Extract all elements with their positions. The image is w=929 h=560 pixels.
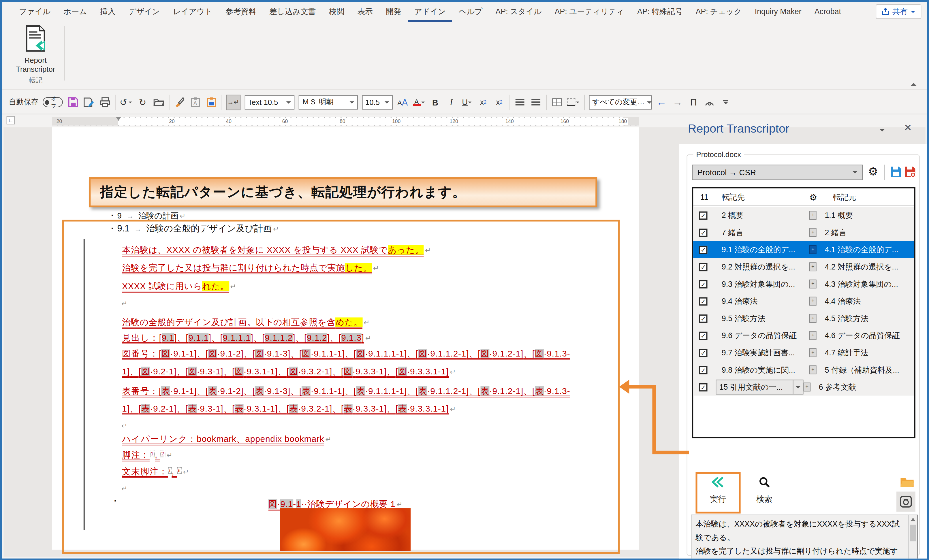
row-checkbox[interactable]: ✓ [699,383,708,391]
row-checkbox[interactable]: ✓ [699,314,708,323]
expand-icon[interactable]: + [809,331,817,340]
undo-button[interactable]: ↺ [120,95,132,110]
menu-tab-16[interactable]: Inquiry Maker [748,2,808,21]
menu-tab-3[interactable]: デザイン [122,2,167,21]
save-button[interactable] [67,95,79,110]
close-icon[interactable]: ✕ [904,122,912,133]
row-checkbox[interactable]: ✓ [699,263,708,271]
document-page[interactable]: 指定した転記パターンに基づき、転記処理が行われます。 ▪9→治験の計画↵ ▪9.… [52,127,639,549]
mapping-row-6[interactable]: ✓9.5 治験方法+4.5 治験方法 [693,310,914,327]
font-size-combobox[interactable]: 10.5 [362,95,393,109]
redo-button[interactable]: ↻ [136,95,149,110]
preview-textbox[interactable]: 本治験は、XXXXの被験者を対象にXXXXを投与するXXX試験である。治験を完了… [691,515,918,560]
share-button[interactable]: 共有 [876,4,921,19]
italic-button[interactable]: I [445,95,457,110]
expand-icon[interactable]: + [809,262,817,271]
menu-tab-0[interactable]: ファイル [12,2,57,21]
expand-icon[interactable]: + [809,314,817,323]
row-destination-combobox[interactable]: 15 引用文献の一... [716,379,803,394]
gear-icon[interactable]: ⚙ [809,192,833,202]
menu-tab-4[interactable]: レイアウト [167,2,219,21]
insert-table-button[interactable] [551,95,563,110]
menu-tab-7[interactable]: 校閲 [322,2,351,21]
pane-menu-icon[interactable] [880,129,885,132]
settings-gear-icon[interactable]: ⚙ [868,165,878,178]
mapping-row-4[interactable]: ✓9.3 治験対象集団の...+4.3 治験対象集団の... [693,275,914,293]
more-options-icon[interactable] [720,95,731,110]
align-justify-button[interactable] [530,95,542,110]
mapping-row-8[interactable]: ✓9.7 治験実施計画書...+4.7 統計手法 [693,344,914,361]
expand-icon[interactable]: + [809,228,817,237]
open-folder-button[interactable] [153,95,164,110]
scroll-thumb[interactable] [910,525,916,542]
expand-icon[interactable]: + [809,280,817,289]
indent-marker[interactable] [116,117,121,121]
next-change-button[interactable]: → [671,95,683,110]
mapping-row-0[interactable]: ✓2 概要+1.1 概要 [693,207,914,224]
font-color-button[interactable]: A [412,95,425,110]
paste-image-button[interactable] [205,95,217,110]
delete-pattern-icon[interactable] [904,166,916,177]
open-folder-icon[interactable] [900,476,914,487]
paste-text-button[interactable]: A [189,95,201,110]
run-button[interactable]: 実行 [701,476,736,505]
menu-tab-6[interactable]: 差し込み文書 [263,2,323,21]
row-checkbox[interactable]: ✓ [699,297,708,306]
style-combobox[interactable]: Text 10.5 [245,95,294,109]
expand-icon[interactable]: + [803,383,811,392]
pattern-combobox[interactable]: Protocol → CSR [692,165,863,180]
mapping-row-1[interactable]: ✓7 緒言+2 緒言 [693,224,914,241]
bold-button[interactable]: B [429,95,441,110]
figure-image[interactable] [280,508,411,551]
row-checkbox[interactable]: ✓ [699,246,708,254]
autosave-toggle[interactable]: オフ [43,97,63,107]
mapping-row-10[interactable]: ✓15 引用文献の一...+6 参考文献 [693,378,914,396]
mapping-row-2[interactable]: ✓9.1 治験の全般的デ...+4.1 治験の全般的デ... [693,241,914,258]
menu-tab-1[interactable]: ホーム [57,2,94,21]
row-checkbox[interactable]: ✓ [699,349,708,357]
expand-icon[interactable]: + [809,245,817,254]
font-combobox[interactable]: ＭＳ 明朝 [299,95,357,109]
menu-tab-15[interactable]: AP: チェック [689,2,748,21]
row-checkbox[interactable]: ✓ [699,228,708,237]
preview-icon[interactable] [897,492,915,512]
tab-stop-selector[interactable]: ∟ [7,116,15,124]
save-as-button[interactable] [83,95,95,110]
collapse-ribbon-icon[interactable] [911,83,917,86]
expand-icon[interactable]: + [809,297,817,306]
subscript-button[interactable]: x2 [493,95,505,110]
menu-tab-17[interactable]: Acrobat [808,2,848,21]
formatting-marks-toggle[interactable]: →↵ [226,95,240,110]
pi-field-button[interactable]: Π [688,95,699,110]
borders-button[interactable] [567,95,580,110]
report-transcriptor-button[interactable]: Report Transcriptor [12,25,58,81]
menu-tab-11[interactable]: ヘルプ [452,2,489,21]
print-preview-button[interactable] [99,95,111,110]
menu-tab-10[interactable]: アドイン [408,2,452,21]
scrollbar[interactable] [908,515,917,560]
menu-tab-8[interactable]: 表示 [351,2,379,21]
row-checkbox[interactable]: ✓ [699,366,708,374]
previous-change-button[interactable]: ← [656,95,667,110]
mapping-row-3[interactable]: ✓9.2 対照群の選択を...+4.2 対照群の選択を... [693,258,914,275]
align-left-button[interactable] [514,95,526,110]
row-checkbox[interactable]: ✓ [699,280,708,288]
format-painter-button[interactable] [173,95,185,110]
row-checkbox[interactable]: ✓ [699,332,708,340]
menu-tab-5[interactable]: 参考資料 [219,2,263,21]
expand-icon[interactable]: + [809,366,817,374]
menu-tab-2[interactable]: 挿入 [94,2,122,21]
grow-font-button[interactable]: AA [397,95,409,110]
underline-button[interactable]: U [461,95,473,110]
save-pattern-icon[interactable] [890,166,901,177]
menu-tab-13[interactable]: AP: ユーティリティ [548,2,630,21]
ruby-guide-button[interactable] [704,95,715,110]
mapping-row-5[interactable]: ✓9.4 治療法+4.4 治療法 [693,292,914,310]
superscript-button[interactable]: x2 [477,95,489,110]
horizontal-ruler[interactable]: 2020406080100120140160180 [52,117,639,125]
search-button[interactable]: 検索 [747,476,782,505]
expand-icon[interactable]: + [809,348,817,357]
track-changes-combobox[interactable]: すべての変更… [589,95,652,109]
mapping-row-9[interactable]: ✓9.8 治験の実施に関...+5 付録（補助資料及... [693,361,914,378]
expand-icon[interactable]: + [809,211,817,220]
